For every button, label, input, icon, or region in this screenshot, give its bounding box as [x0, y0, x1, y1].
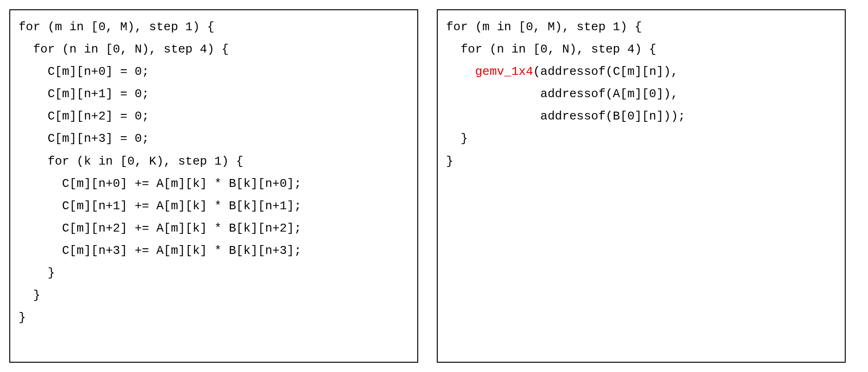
right-code-panel: for (m in [0, M), step 1) { for (n in [0…: [437, 9, 846, 363]
code-line: C[m][n+3] += A[m][k] * B[k][n+3];: [19, 244, 302, 258]
gemv-call-arg: addressof(A[m][0]),: [446, 87, 678, 101]
code-line: C[m][n+1] += A[m][k] * B[k][n+1];: [19, 199, 302, 213]
code-line: C[m][n+0] = 0;: [19, 65, 149, 79]
code-line: }: [19, 288, 40, 302]
code-line: for (n in [0, N), step 4) {: [19, 42, 229, 56]
gemv-call-arg: addressof(B[0][n]));: [446, 109, 685, 123]
code-line: C[m][n+3] = 0;: [19, 132, 149, 146]
code-line: }: [19, 311, 26, 325]
code-line: }: [446, 132, 468, 146]
gemv-call-arg: (addressof(C[m][n]),: [533, 65, 678, 79]
code-indent: [446, 65, 475, 79]
code-line: C[m][n+2] += A[m][k] * B[k][n+2];: [19, 221, 302, 235]
code-line: for (m in [0, M), step 1) {: [19, 20, 214, 34]
code-line: C[m][n+1] = 0;: [19, 87, 149, 101]
code-line: for (m in [0, M), step 1) {: [446, 20, 642, 34]
code-line: }: [446, 154, 454, 168]
code-line: C[m][n+0] += A[m][k] * B[k][n+0];: [19, 177, 302, 191]
gemv-call-fn: gemv_1x4: [475, 65, 533, 79]
code-line: }: [19, 266, 55, 280]
code-line: for (n in [0, N), step 4) {: [446, 42, 656, 56]
code-line: for (k in [0, K), step 1) {: [19, 154, 243, 168]
left-code-panel: for (m in [0, M), step 1) { for (n in [0…: [9, 9, 418, 363]
code-line: C[m][n+2] = 0;: [19, 109, 149, 123]
